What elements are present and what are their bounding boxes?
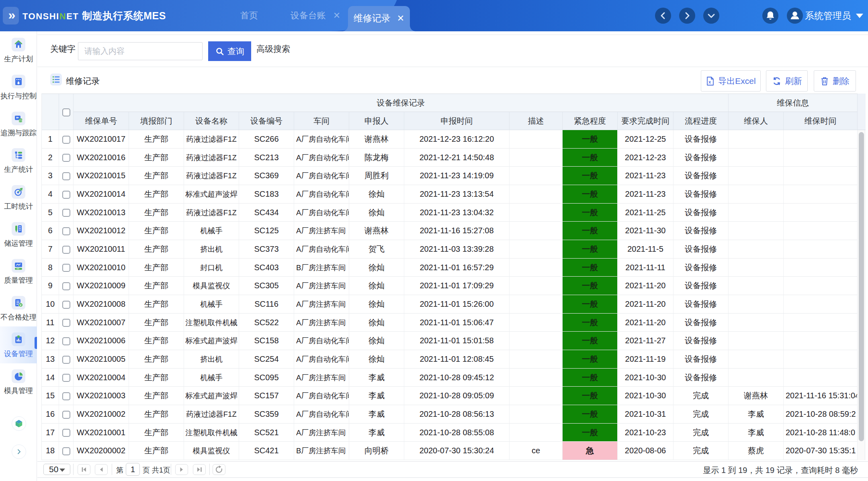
svg-text:x: x: [708, 79, 711, 84]
